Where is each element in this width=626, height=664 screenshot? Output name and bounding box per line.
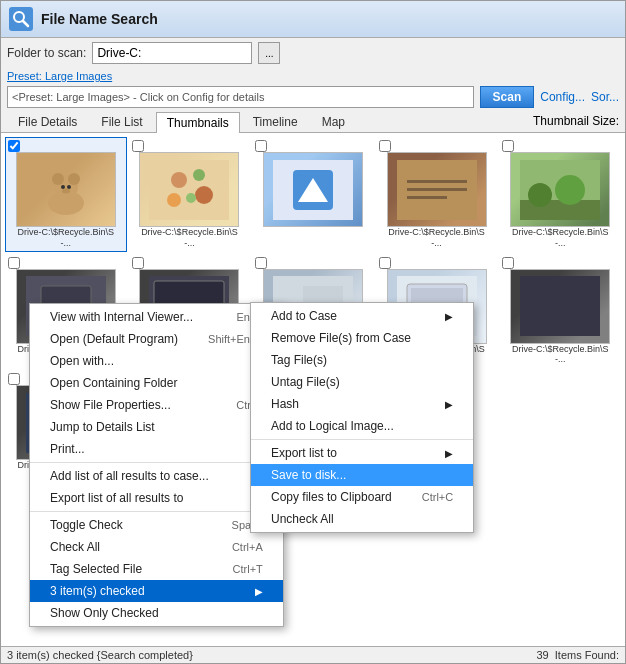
- browse-button[interactable]: ...: [258, 42, 280, 64]
- tab-map[interactable]: Map: [311, 111, 356, 132]
- menu-item-label: Untag File(s): [271, 375, 340, 389]
- window-title: File Name Search: [41, 11, 158, 27]
- tab-file-details[interactable]: File Details: [7, 111, 88, 132]
- list-item[interactable]: Drive-C:\$Recycle.Bin\S-...: [5, 137, 127, 252]
- folder-toolbar: Folder to scan: ...: [1, 38, 625, 68]
- submenu-uncheck-all[interactable]: Uncheck All: [251, 508, 473, 530]
- menu-tag-selected[interactable]: Tag Selected File Ctrl+T: [30, 558, 283, 580]
- submenu-save-disk[interactable]: Save to disk...: [251, 464, 473, 486]
- menu-item-label: Export list to: [271, 446, 337, 460]
- thumb-checkbox[interactable]: [132, 257, 144, 269]
- thumb-checkbox[interactable]: [132, 140, 144, 152]
- title-bar: File Name Search: [1, 1, 625, 38]
- thumb-label: Drive-C:\$Recycle.Bin\S-...: [387, 227, 487, 249]
- search-bar: Scan Config... Sor...: [1, 84, 625, 110]
- thumb-image: [16, 152, 116, 227]
- menu-item-label: Tag File(s): [271, 353, 327, 367]
- svg-point-4: [52, 173, 64, 185]
- menu-jump-details[interactable]: Jump to Details List: [30, 416, 283, 438]
- folder-input[interactable]: [92, 42, 252, 64]
- menu-items-checked[interactable]: 3 item(s) checked ▶ Add to Case ▶ Remove…: [30, 580, 283, 602]
- svg-rect-9: [149, 160, 229, 220]
- thumb-image: [510, 152, 610, 227]
- submenu-export-list[interactable]: Export list to ▶: [251, 442, 473, 464]
- menu-toggle-check[interactable]: Toggle Check Space: [30, 514, 283, 536]
- thumb-label: Drive-C:\$Recycle.Bin\S-...: [16, 227, 116, 249]
- menu-open-default[interactable]: Open (Default Program) Shift+Enter: [30, 328, 283, 350]
- list-item[interactable]: Drive-C:\$Recycle.Bin\S-...: [499, 254, 621, 369]
- tab-thumbnails[interactable]: Thumbnails: [156, 112, 240, 133]
- menu-check-all[interactable]: Check All Ctrl+A: [30, 536, 283, 558]
- thumb-checkbox[interactable]: [255, 140, 267, 152]
- svg-line-1: [23, 21, 28, 26]
- thumb-image: [510, 269, 610, 344]
- thumb-checkbox[interactable]: [8, 257, 20, 269]
- menu-view-internal[interactable]: View with Internal Viewer... Enter: [30, 306, 283, 328]
- thumb-label: Drive-C:\$Recycle.Bin\S-...: [139, 227, 239, 249]
- config-link[interactable]: Config...: [540, 90, 585, 104]
- menu-separator: [30, 462, 283, 463]
- submenu-tag-files[interactable]: Tag File(s): [251, 349, 473, 371]
- menu-item-label: Show Only Checked: [50, 606, 159, 620]
- svg-point-12: [195, 186, 213, 204]
- menu-print[interactable]: Print...: [30, 438, 283, 460]
- menu-open-with[interactable]: Open with...: [30, 350, 283, 372]
- items-found-label: Items Found:: [555, 649, 619, 661]
- svg-point-8: [62, 188, 70, 193]
- menu-item-label: Jump to Details List: [50, 420, 155, 434]
- svg-point-6: [61, 185, 65, 189]
- tab-file-list[interactable]: File List: [90, 111, 153, 132]
- list-item[interactable]: Drive-C:\$Recycle.Bin\S-...: [129, 137, 251, 252]
- tab-timeline[interactable]: Timeline: [242, 111, 309, 132]
- submenu-add-case[interactable]: Add to Case ▶: [251, 305, 473, 327]
- preset-link[interactable]: Preset: Large Images: [7, 70, 112, 82]
- app-icon: [9, 7, 33, 31]
- list-item[interactable]: Drive-C:\$Recycle.Bin\S-...: [376, 137, 498, 252]
- menu-item-label: 3 item(s) checked: [50, 584, 145, 598]
- thumb-image: [263, 152, 363, 227]
- thumb-image: [139, 152, 239, 227]
- main-window: File Name Search Folder to scan: ... Pre…: [0, 0, 626, 664]
- menu-item-label: Export list of all results to: [50, 491, 183, 505]
- search-description-input[interactable]: [7, 86, 474, 108]
- submenu-untag-files[interactable]: Untag File(s): [251, 371, 473, 393]
- menu-show-only-checked[interactable]: Show Only Checked: [30, 602, 283, 624]
- menu-item-label: Hash: [271, 397, 299, 411]
- submenu-checked: Add to Case ▶ Remove File(s) from Case T…: [250, 302, 474, 533]
- menu-item-label: Print...: [50, 442, 85, 456]
- menu-item-label: Show File Properties...: [50, 398, 171, 412]
- scan-button[interactable]: Scan: [480, 86, 535, 108]
- context-menu: View with Internal Viewer... Enter Open …: [29, 303, 284, 627]
- menu-open-folder[interactable]: Open Containing Folder: [30, 372, 283, 394]
- menu-item-label: Toggle Check: [50, 518, 123, 532]
- menu-item-label: Add to Logical Image...: [271, 419, 394, 433]
- menu-item-label: Add to Case: [271, 309, 337, 323]
- menu-item-label: Open Containing Folder: [50, 376, 177, 390]
- thumb-checkbox[interactable]: [502, 140, 514, 152]
- menu-separator-2: [30, 511, 283, 512]
- menu-export-all[interactable]: Export list of all results to ▶: [30, 487, 283, 509]
- thumb-label: Drive-C:\$Recycle.Bin\S-...: [510, 344, 610, 366]
- submenu-copy-clipboard[interactable]: Copy files to Clipboard Ctrl+C: [251, 486, 473, 508]
- thumb-checkbox[interactable]: [255, 257, 267, 269]
- menu-shortcut: Ctrl+T: [233, 563, 263, 575]
- thumb-checkbox[interactable]: [502, 257, 514, 269]
- menu-item-label: Save to disk...: [271, 468, 346, 482]
- svg-rect-19: [407, 180, 467, 183]
- menu-file-properties[interactable]: Show File Properties... Ctrl+I: [30, 394, 283, 416]
- submenu-logical-image[interactable]: Add to Logical Image...: [251, 415, 473, 437]
- svg-rect-20: [407, 188, 467, 191]
- thumb-checkbox[interactable]: [8, 373, 20, 385]
- submenu-hash[interactable]: Hash ▶: [251, 393, 473, 415]
- submenu-remove-case[interactable]: Remove File(s) from Case: [251, 327, 473, 349]
- menu-add-case[interactable]: Add list of all results to case...: [30, 465, 283, 487]
- thumb-checkbox[interactable]: [379, 257, 391, 269]
- status-bar: 3 item(s) checked {Search completed} 39 …: [1, 646, 625, 663]
- tabs-row: File Details File List Thumbnails Timeli…: [1, 110, 625, 133]
- list-item[interactable]: [252, 137, 374, 252]
- status-right: 39 Items Found:: [536, 649, 619, 661]
- thumb-checkbox[interactable]: [8, 140, 20, 152]
- thumb-checkbox[interactable]: [379, 140, 391, 152]
- sort-link[interactable]: Sor...: [591, 90, 619, 104]
- list-item[interactable]: Drive-C:\$Recycle.Bin\S-...: [499, 137, 621, 252]
